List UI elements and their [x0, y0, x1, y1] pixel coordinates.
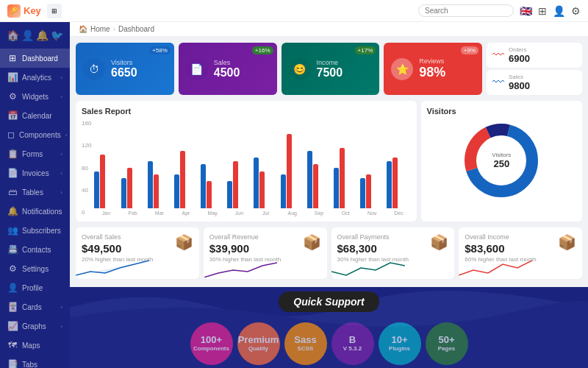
sidebar-item-dashboard[interactable]: ⊞ Dashboard: [0, 49, 70, 68]
chevron-right-icon-7: ›: [60, 304, 62, 311]
bar-red-4: [207, 181, 212, 208]
sidebar-label-subscribers: Subscribers: [22, 227, 62, 235]
y-label-4: 40: [82, 187, 91, 194]
y-label-3: 80: [82, 165, 91, 171]
visitors-section: Visitors: [421, 101, 582, 222]
content: 🏠 Home › Dashboard ⏱ Visitors 6650: [70, 22, 588, 289]
nav-square[interactable]: ⊞: [47, 4, 62, 18]
sidebar-item-graphs[interactable]: 📈 Graphs ›: [0, 316, 70, 336]
chart-bars: [94, 120, 410, 208]
chevron-right-icon-5: ›: [60, 170, 62, 177]
x-label-4: May: [201, 210, 224, 216]
breadcrumb-home[interactable]: Home: [90, 25, 110, 33]
bsc-2: 📦 Overall Payments $68,300 30% higher th…: [331, 227, 455, 279]
sidebar-item-invoices[interactable]: 📄 Invoices ›: [0, 163, 70, 183]
sidebar-item-tabs[interactable]: 📑 Tabs: [0, 355, 70, 368]
sidebar-item-components[interactable]: ◻ Components ›: [0, 125, 70, 144]
sidebar-item-cards[interactable]: 🃏 Cards ›: [0, 297, 70, 316]
chevron-right-icon-6: ›: [60, 189, 62, 196]
bar-red-10: [366, 174, 371, 208]
sidebar: 🏠 👤 🔔 🐦 ⊞ Dashboard 📊 Analytics › ⚙ Widg…: [0, 22, 70, 368]
sidebar-user-icon[interactable]: 👤: [21, 29, 34, 41]
sidebar-twitter-icon[interactable]: 🐦: [51, 29, 63, 41]
bar-group-2: [148, 161, 171, 208]
sidebar-label-profile: Profile: [22, 284, 62, 292]
chevron-right-icon: ›: [60, 74, 62, 81]
x-label-6: Jul: [254, 210, 277, 216]
dashboard-body: ⏱ Visitors 6650 +58% 📄 Sales: [70, 37, 588, 289]
bar-red-6: [259, 171, 265, 208]
bsc-3: 📦 Overall Income $83,600 60% higher than…: [459, 227, 582, 279]
invoices-icon: 📄: [7, 168, 18, 178]
bottom-overlay: Quick Support 100+ComponentsPremiumQuali…: [70, 287, 588, 368]
sales-mini-label: Sales: [509, 74, 530, 80]
sidebar-top-icons: 🏠 👤 🔔 🐦: [0, 26, 70, 45]
chart-x-labels: JanFebMarAprMayJunJulAugSepOctNovDec: [94, 210, 410, 216]
x-label-2: Mar: [148, 210, 171, 216]
bar-group-1: [121, 168, 145, 208]
settings-nav-icon[interactable]: ⚙: [571, 5, 581, 17]
stat-sales: 📄 Sales 4500 +16%: [179, 43, 277, 95]
sidebar-label-calendar: Calendar: [22, 112, 62, 120]
sidebar-label-maps: Maps: [22, 342, 62, 350]
sidebar-item-calendar[interactable]: 📅 Calendar: [0, 106, 70, 125]
bar-blue-10: [360, 178, 365, 208]
user-icon[interactable]: 👤: [553, 5, 565, 17]
chevron-right-icon-4: ›: [60, 151, 62, 158]
bar-blue-1: [121, 178, 126, 208]
sidebar-item-subscribers[interactable]: 👥 Subscribers: [0, 221, 70, 240]
settings-icon: ⚙: [7, 263, 18, 274]
quick-support-badge-container: Quick Support: [70, 291, 588, 312]
sidebar-label-tabs: Tabs: [22, 361, 62, 369]
income-badge: +17%: [355, 46, 376, 54]
sidebar-item-forms[interactable]: 📋 Forms ›: [0, 144, 70, 163]
middle-row: Sales Report 160 120 80 40 0: [76, 101, 582, 222]
visitors-badge: +58%: [149, 46, 171, 54]
box-icon-3: 📦: [558, 233, 576, 251]
sales-label: Sales: [214, 59, 270, 66]
search-input[interactable]: [418, 4, 514, 17]
bar-group-10: [360, 174, 384, 208]
bottom-stats: 📦 Overall Sales $49,500 20% higher than …: [76, 227, 582, 279]
sidebar-item-maps[interactable]: 🗺 Maps: [0, 336, 70, 355]
sidebar-label-graphs: Graphs: [22, 322, 56, 330]
bar-group-0: [94, 155, 118, 208]
stat-income: 😊 Income 7500 +17%: [282, 43, 380, 95]
visitors-label: Visitors: [111, 59, 167, 66]
sidebar-item-widgets[interactable]: ⚙ Widgets ›: [0, 87, 70, 106]
tabs-icon: 📑: [7, 359, 18, 368]
analytics-icon: 📊: [7, 72, 18, 82]
widgets-icon: ⚙: [7, 91, 18, 102]
calendar-icon: 📅: [7, 110, 18, 121]
tables-icon: 🗃: [7, 187, 18, 197]
bar-group-7: [281, 134, 304, 208]
profile-icon: 👤: [7, 283, 18, 293]
bar-blue-4: [201, 164, 206, 208]
sidebar-bell-icon[interactable]: 🔔: [36, 29, 49, 41]
sidebar-item-profile[interactable]: 👤 Profile: [0, 278, 70, 297]
mini-stat-orders: 〰 Orders 6900: [487, 43, 582, 68]
bar-red-3: [180, 151, 185, 208]
graphs-icon: 📈: [7, 321, 18, 331]
sidebar-item-tables[interactable]: 🗃 Tables ›: [0, 183, 70, 202]
sidebar-home-icon[interactable]: 🏠: [7, 29, 19, 41]
sidebar-item-analytics[interactable]: 📊 Analytics ›: [0, 68, 70, 87]
bar-blue-3: [174, 174, 179, 208]
sidebar-item-contacts[interactable]: 📇 Contacts: [0, 240, 70, 259]
bar-blue-6: [254, 158, 259, 208]
grid-icon[interactable]: ⊞: [538, 5, 547, 17]
x-label-7: Aug: [281, 210, 304, 216]
bar-blue-8: [307, 151, 312, 208]
mini-stats: 〰 Orders 6900 〰 Sales 9800: [487, 43, 582, 95]
chart-y-axis: 160 120 80 40 0: [82, 120, 91, 216]
x-label-1: Feb: [121, 210, 145, 216]
breadcrumb: 🏠 Home › Dashboard: [70, 22, 588, 37]
sidebar-label-components: Components: [19, 131, 61, 139]
sidebar-item-settings[interactable]: ⚙ Settings: [0, 259, 70, 278]
bar-blue-11: [387, 161, 392, 208]
sidebar-label-invoices: Invoices: [22, 169, 56, 177]
sidebar-item-notifications[interactable]: 🔔 Notifications: [0, 202, 70, 221]
sidebar-label-notifications: Notifications: [22, 208, 62, 216]
chevron-right-icon-8: ›: [60, 323, 62, 330]
bar-group-4: [201, 164, 224, 208]
